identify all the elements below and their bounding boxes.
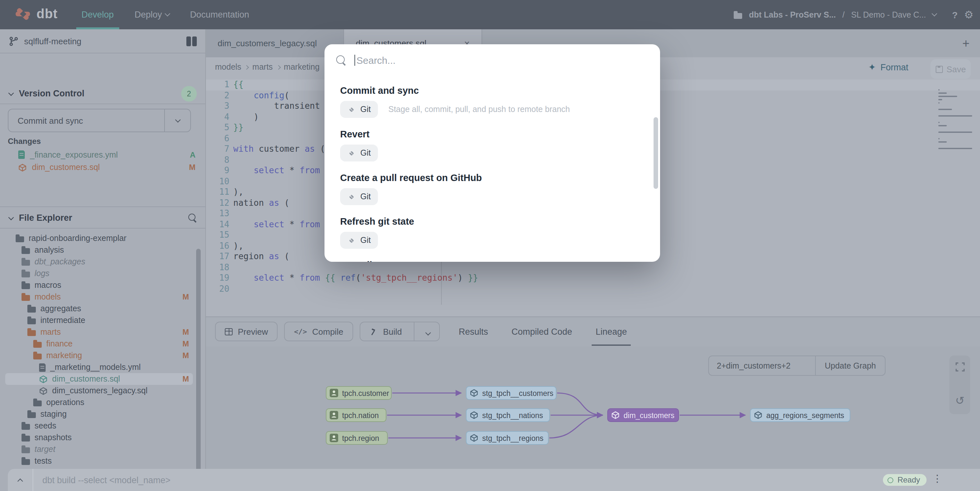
commit-options-dropdown[interactable] [164,109,190,132]
file-tree-item[interactable]: martsM [0,326,206,338]
lineage-node-dim_customers[interactable]: dim_customers [607,408,679,422]
file-tree-item[interactable]: intermediate [0,315,206,326]
changed-file-row[interactable]: _finance_exposures.ymlA [0,148,206,161]
lineage-node-agg_regions_segments[interactable]: agg_regions_segments [750,408,850,422]
breadcrumb-item[interactable]: marts [253,62,273,72]
file-tree-item[interactable]: seeds [0,420,206,432]
line-number: 8 [206,155,229,165]
gear-icon[interactable]: ⚙ [964,10,974,20]
floppy-icon [935,65,943,73]
reset-view-icon[interactable]: ↻ [955,394,965,408]
dbt-logo[interactable]: dbt [14,5,58,22]
file-tree-item[interactable]: _marketing__models.yml [0,361,206,373]
file-tree-item[interactable]: analysis [0,244,206,256]
lineage-selector-input[interactable]: 2+dim_customers+2 [709,361,815,370]
file-name: marts [40,327,61,337]
nav-develop[interactable]: Develop [81,0,114,29]
palette-item[interactable]: Commit and syncGitStage all, commit, pul… [340,85,644,118]
tab-results[interactable]: Results [459,317,488,346]
file-tree-item[interactable]: dim_customers_legacy.sql [0,385,206,397]
palette-item[interactable]: Create a pull request on GitHubGit [340,173,644,205]
tab-compiled-code[interactable]: Compiled Code [512,317,572,346]
palette-item-title: Compile [340,260,644,262]
update-graph-button[interactable]: Update Graph [815,356,885,376]
lineage-node-stg_tpch__regions[interactable]: stg_tpch__regions [466,431,549,445]
command-input[interactable]: dbt build --select <model_name> [33,475,170,485]
nav-documentation[interactable]: Documentation [190,0,249,29]
palette-item[interactable]: Compile⌘⇧Enter [340,260,644,262]
format-button[interactable]: ✦ Format [868,62,908,72]
search-icon[interactable] [188,214,197,222]
file-tree-item[interactable]: logs [0,268,206,280]
kebab-menu-icon[interactable]: ⋮ [932,473,942,485]
editor-minimap[interactable] [938,89,975,154]
palette-item[interactable]: RevertGit [340,129,644,162]
project-name[interactable]: SL Demo - Dave C... [851,10,926,19]
folder-icon [22,248,30,254]
changes-label: Changes [8,137,41,146]
code-line[interactable]: 18 [206,262,980,273]
code-line[interactable]: 20 [206,284,980,294]
docs-panel-icon[interactable] [186,36,197,46]
lineage-node-tpch.region[interactable]: tpch.region [326,431,388,445]
node-label: stg_tpch__regions [482,434,543,442]
help-icon[interactable]: ? [952,10,958,20]
file-tree-item[interactable]: staging [0,408,206,420]
version-control-header[interactable]: Version Control 2 [0,83,206,103]
lineage-node-tpch.customer[interactable]: tpch.customer [326,386,391,400]
breadcrumb-separator [245,65,249,69]
code-line[interactable]: 19 select * from {{ ref('stg_tpch__regio… [206,273,980,284]
file-tree-item[interactable]: dim_customers.sqlM [0,373,206,385]
expand-command-bar-button[interactable] [8,477,33,483]
git-status-letter: M [189,163,196,172]
compile-button[interactable]: </> Compile [285,322,353,341]
model-cube-icon [39,386,48,395]
file-tree-item[interactable]: rapid-onboarding-exemplar [0,232,206,244]
file-tree-item[interactable]: target [0,443,206,455]
file-tree-item[interactable]: operations [0,397,206,408]
line-number: 5 [206,122,229,133]
git-icon [347,236,356,245]
git-status-letter: A [190,150,196,159]
code-icon: </> [294,327,307,336]
file-tree-item[interactable]: snapshots [0,432,206,443]
file-tree-item[interactable]: modelsM [0,291,206,303]
breadcrumb-item[interactable]: marketing [284,62,320,72]
file-tree-item[interactable]: macros [0,280,206,291]
file-name: intermediate [40,316,85,325]
account-name[interactable]: dbt Labs - ProServ S... [749,10,836,19]
save-button[interactable]: Save [931,59,971,79]
tab-lineage[interactable]: Lineage [595,317,627,346]
file-tree-item[interactable]: dbt_packages [0,256,206,268]
lineage-node-stg_tpch__nations[interactable]: stg_tpch__nations [466,408,550,422]
tab-dim-customers-legacy[interactable]: dim_customers_legacy.sql [206,29,344,57]
preview-button[interactable]: Preview [215,322,278,341]
source-icon [330,411,338,419]
palette-search-input[interactable] [355,55,650,66]
folder-icon [22,435,30,442]
file-tree-item[interactable]: financeM [0,338,206,350]
palette-scrollbar[interactable] [654,117,658,189]
build-button[interactable]: Build [360,322,440,341]
build-options-dropdown[interactable] [419,327,430,336]
changed-file-row[interactable]: dim_customers.sqlM [0,161,206,173]
palette-item[interactable]: Refresh git stateGit [340,216,644,249]
line-number: 19 [206,273,229,284]
file-tree-item[interactable]: marketingM [0,350,206,361]
lineage-node-stg_tpch__customers[interactable]: stg_tpch__customers [466,386,557,400]
sidebar-scrollbar[interactable] [196,249,201,487]
nav-deploy[interactable]: Deploy [135,0,169,29]
chevron-down-icon[interactable] [932,11,937,17]
git-status-letter: M [183,351,189,360]
palette-item-description: Stage all, commit, pull, and push to rem… [388,105,570,114]
file-tree-item[interactable]: aggregates [0,303,206,315]
file-tree-item[interactable]: tests [0,455,206,467]
lineage-node-tpch.nation[interactable]: tpch.nation [326,408,387,422]
fullscreen-icon[interactable] [955,362,965,372]
new-tab-button[interactable]: + [963,36,970,51]
file-explorer-header[interactable]: File Explorer [0,208,206,228]
branch-row[interactable]: sqlfluff-meeting [0,29,206,53]
commit-and-sync-button[interactable]: Commit and sync [8,109,191,132]
folder-icon [22,260,30,266]
breadcrumb-item[interactable]: models [215,62,242,72]
